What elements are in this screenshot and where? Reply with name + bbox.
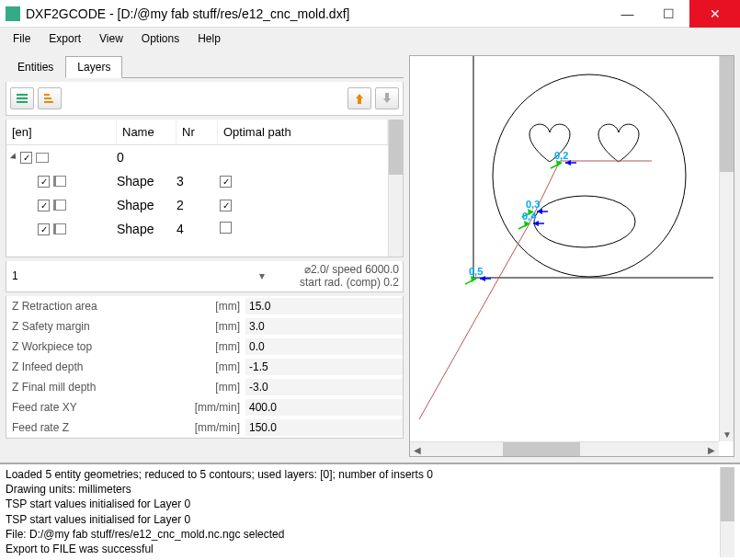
param-row: Z Safety margin[mm]3.0 bbox=[6, 316, 403, 337]
param-row: Z Infeed depth[mm]-1.5 bbox=[6, 357, 403, 377]
param-row: Feed rate XY[mm/min]400.0 bbox=[6, 397, 403, 417]
shape-nr: 2 bbox=[176, 198, 218, 212]
param-row: Z Retraction area[mm]15.0 bbox=[6, 296, 403, 316]
param-row: Feed rate Z[mm/min]150.0 bbox=[6, 417, 403, 438]
tab-layers[interactable]: Layers bbox=[65, 56, 122, 78]
title-bar: DXF2GCODE - [D:/@my fab stuff/res/e12_cn… bbox=[0, 0, 740, 28]
log-line: File: D:/@my fab stuff/res/e12_cnc_mold.… bbox=[6, 527, 720, 542]
param-unit: [mm/min] bbox=[181, 401, 245, 414]
tool-info-line2: start rad. (comp) 0.2 bbox=[278, 276, 399, 289]
param-value[interactable]: -3.0 bbox=[245, 379, 403, 395]
tool-combo[interactable]: 1 ▾ bbox=[6, 261, 270, 291]
right-panel: 0,20,30,40,5 ▲ ▼ ◀ ▶ bbox=[409, 50, 740, 463]
log-line: Drawing units: millimeters bbox=[6, 482, 720, 497]
tool-info: ⌀2.0/ speed 6000.0 start rad. (comp) 0.2 bbox=[274, 261, 403, 291]
layer-checkbox[interactable] bbox=[20, 152, 32, 164]
param-value[interactable]: 3.0 bbox=[245, 318, 403, 335]
scroll-right-icon[interactable]: ▶ bbox=[704, 442, 719, 457]
svg-text:0,5: 0,5 bbox=[469, 266, 483, 277]
scroll-left-icon[interactable]: ◀ bbox=[410, 442, 425, 457]
param-value[interactable]: 15.0 bbox=[245, 298, 403, 314]
menu-bar: File Export View Options Help bbox=[0, 28, 740, 50]
shape-name: Shape bbox=[117, 198, 176, 212]
param-label: Z Retraction area bbox=[6, 300, 181, 313]
param-label: Z Final mill depth bbox=[6, 381, 181, 394]
param-unit: [mm/min] bbox=[181, 421, 245, 434]
tree-scrollbar[interactable] bbox=[388, 120, 403, 257]
svg-text:0,4: 0,4 bbox=[522, 211, 537, 222]
param-label: Z Workpiece top bbox=[6, 340, 181, 353]
tree-row-shape[interactable]: Shape4 bbox=[6, 217, 388, 241]
header-name[interactable]: Name bbox=[117, 120, 176, 144]
param-value[interactable]: 150.0 bbox=[245, 419, 403, 436]
layer-tree: [en] Name Nr Optimal path 0 bbox=[6, 120, 404, 257]
shape-nr: 4 bbox=[176, 222, 218, 236]
shape-checkbox[interactable] bbox=[38, 176, 50, 188]
layer-toolbar bbox=[6, 82, 404, 116]
close-button[interactable]: ✕ bbox=[689, 0, 740, 28]
log-content[interactable]: Loaded 5 entity geometries; reduced to 5… bbox=[6, 467, 720, 557]
header-enabled[interactable]: [en] bbox=[6, 120, 117, 144]
log-line: TSP start values initialised for Layer 0 bbox=[6, 512, 720, 527]
svg-marker-15 bbox=[524, 221, 529, 227]
param-label: Feed rate XY bbox=[6, 401, 181, 414]
scroll-down-icon[interactable]: ▼ bbox=[720, 427, 734, 441]
tree-row-shape[interactable]: Shape2 bbox=[6, 193, 388, 217]
optimal-checkbox[interactable] bbox=[220, 222, 232, 234]
canvas-scrollbar-horizontal[interactable]: ◀ ▶ bbox=[410, 441, 719, 456]
shape-checkbox[interactable] bbox=[38, 223, 50, 235]
param-value[interactable]: 400.0 bbox=[245, 399, 403, 416]
shape-checkbox[interactable] bbox=[38, 200, 50, 211]
drawing-svg: 0,20,30,40,5 bbox=[410, 56, 713, 424]
header-nr[interactable]: Nr bbox=[176, 120, 218, 144]
param-unit: [mm] bbox=[181, 381, 245, 394]
param-unit: [mm] bbox=[181, 340, 245, 353]
tab-entities[interactable]: Entities bbox=[6, 56, 65, 78]
tool-row: 1 ▾ ⌀2.0/ speed 6000.0 start rad. (comp)… bbox=[6, 261, 404, 292]
menu-file[interactable]: File bbox=[4, 29, 40, 48]
param-unit: [mm] bbox=[181, 300, 245, 313]
preview-canvas[interactable]: 0,20,30,40,5 ▲ ▼ ◀ ▶ bbox=[409, 55, 734, 457]
menu-options[interactable]: Options bbox=[132, 29, 188, 48]
log-panel: Loaded 5 entity geometries; reduced to 5… bbox=[0, 463, 740, 560]
param-unit: [mm] bbox=[181, 320, 245, 333]
collapse-all-button[interactable] bbox=[10, 87, 34, 109]
param-row: Z Final mill depth[mm]-3.0 bbox=[6, 377, 403, 397]
chevron-down-icon: ▾ bbox=[259, 269, 265, 282]
log-line: Export to FILE was successful bbox=[6, 542, 720, 556]
menu-export[interactable]: Export bbox=[40, 29, 90, 48]
param-value[interactable]: 0.0 bbox=[245, 338, 403, 355]
param-unit: [mm] bbox=[181, 360, 245, 373]
move-down-button[interactable] bbox=[375, 87, 399, 109]
expand-icon[interactable] bbox=[10, 153, 18, 161]
app-icon bbox=[6, 6, 20, 21]
param-value[interactable]: -1.5 bbox=[245, 359, 403, 375]
log-scrollbar[interactable] bbox=[720, 467, 734, 557]
layer-name: 0 bbox=[117, 150, 176, 165]
param-label: Z Safety margin bbox=[6, 320, 181, 333]
menu-help[interactable]: Help bbox=[188, 29, 230, 48]
shape-name: Shape bbox=[117, 174, 176, 189]
tabs: Entities Layers bbox=[6, 55, 404, 78]
minimize-button[interactable]: — bbox=[607, 0, 648, 28]
layer-icon bbox=[36, 153, 49, 163]
left-panel: Entities Layers [en] Name N bbox=[0, 50, 409, 463]
menu-view[interactable]: View bbox=[90, 29, 132, 48]
tree-row-layer[interactable]: 0 bbox=[6, 145, 388, 169]
maximize-button[interactable]: ☐ bbox=[648, 0, 689, 28]
log-line: Loaded 5 entity geometries; reduced to 5… bbox=[6, 467, 720, 482]
tree-row-shape[interactable]: Shape3 bbox=[6, 169, 388, 193]
move-up-button[interactable] bbox=[347, 87, 371, 109]
param-label: Z Infeed depth bbox=[6, 360, 181, 373]
shape-icon bbox=[53, 200, 66, 211]
header-optimal-path[interactable]: Optimal path bbox=[218, 120, 388, 144]
param-row: Z Workpiece top[mm]0.0 bbox=[6, 337, 403, 357]
parameters-panel: Z Retraction area[mm]15.0Z Safety margin… bbox=[6, 296, 404, 439]
window-title: DXF2GCODE - [D:/@my fab stuff/res/e12_cn… bbox=[26, 6, 607, 21]
optimal-checkbox[interactable] bbox=[220, 176, 232, 188]
svg-text:0,3: 0,3 bbox=[526, 199, 540, 210]
expand-all-button[interactable] bbox=[38, 87, 62, 109]
svg-point-2 bbox=[493, 74, 686, 277]
optimal-checkbox[interactable] bbox=[220, 200, 232, 211]
canvas-scrollbar-vertical[interactable]: ▲ ▼ bbox=[719, 56, 734, 441]
